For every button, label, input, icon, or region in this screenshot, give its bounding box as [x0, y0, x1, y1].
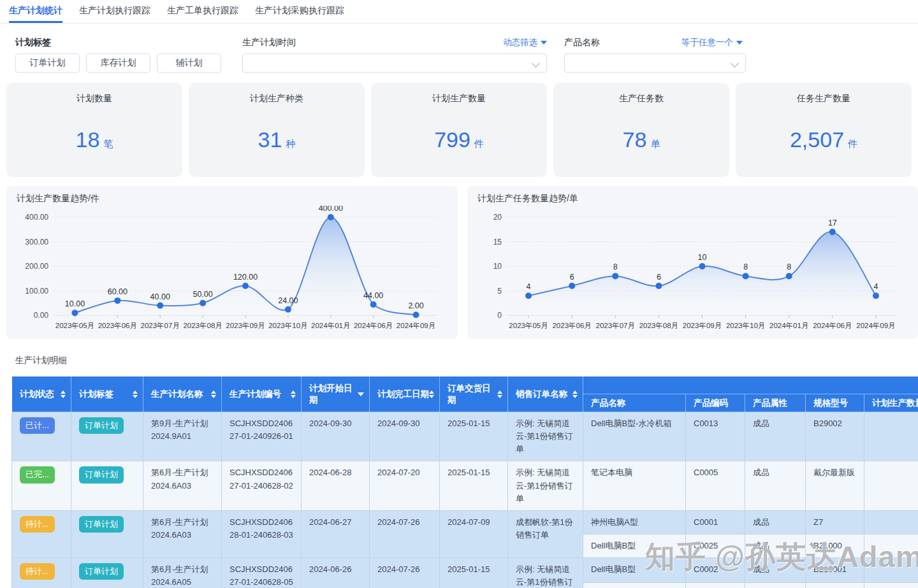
planned-qty-cell [864, 558, 918, 583]
stat-card: 任务生产数量2,507件 [736, 83, 912, 177]
chevron-down-icon [731, 59, 739, 68]
column-header-4[interactable]: 计划开始日期 [302, 376, 370, 412]
sort-icon[interactable] [133, 391, 138, 398]
product-column-header-1[interactable]: 产品编码 [686, 394, 745, 412]
product-name-select[interactable] [564, 54, 746, 73]
plan-tag-label: 计划标签 [15, 37, 51, 48]
svg-text:2023年07月: 2023年07月 [141, 322, 180, 329]
column-header-5[interactable]: 计划完工日期 [370, 376, 440, 412]
planned-qty-cell [864, 461, 918, 510]
plan-tag: 订单计划 [71, 412, 143, 461]
svg-text:2024年09月: 2024年09月 [397, 322, 435, 329]
column-header-7[interactable]: 销售订单名称 [508, 376, 583, 412]
sort-icon[interactable] [572, 391, 578, 398]
plan-code: SCJHXSDD240628-01-240628-03 [222, 510, 302, 557]
table-row[interactable]: 待计...订单计划第6月-生产计划 2024.6A05SCJHXSDD24062… [12, 558, 918, 583]
tab-0[interactable]: 生产计划统计 [9, 0, 62, 23]
sort-desc-icon[interactable] [358, 392, 364, 396]
stat-number: 18 [76, 127, 100, 152]
column-label: 计划状态 [20, 389, 54, 400]
svg-text:2024年06月: 2024年06月 [354, 322, 393, 329]
stat-unit: 件 [848, 138, 857, 149]
planned-qty-cell [864, 412, 918, 461]
svg-text:0: 0 [497, 311, 502, 320]
plan-status: 已计... [12, 412, 71, 461]
plan-tag-button-aux[interactable]: 辅计划 [157, 54, 221, 73]
svg-text:10: 10 [493, 262, 502, 271]
order-delivery-date: 2025-01-15 [440, 558, 508, 588]
sort-icon[interactable] [429, 391, 434, 398]
plan-tag-button-stock[interactable]: 库存计划 [86, 54, 150, 73]
svg-text:20: 20 [493, 213, 502, 222]
table-row[interactable]: 待计...订单计划第6月-生产计划 2024.6A03SCJHXSDD24062… [12, 510, 918, 534]
sort-desc-arrow [572, 395, 578, 398]
sort-asc-arrow [429, 391, 434, 394]
product-name-cell: 神州电脑A型 [583, 510, 686, 534]
plan-code: SCJHXSDD240627-01-240628-05 [222, 558, 302, 588]
sort-icon[interactable] [61, 391, 66, 398]
column-label: 订单交货日期 [448, 383, 497, 406]
plan-finish-date: 2024-07-20 [370, 461, 440, 510]
product-name-cell: 笔记本电脑 [583, 461, 686, 510]
svg-text:2023年08月: 2023年08月 [183, 322, 222, 329]
column-header-inner: 销售订单名称 [508, 389, 583, 400]
plan-name: 第6月-生产计划 2024.6A05 [143, 558, 222, 588]
svg-text:2023年07月: 2023年07月 [596, 322, 635, 329]
column-header-0[interactable]: 计划状态 [12, 376, 71, 412]
plan-time-label: 生产计划时间 [242, 37, 296, 48]
sales-order-name: 示例: 无锡简道云-第1份销售订单 [508, 412, 583, 461]
svg-text:15: 15 [493, 238, 502, 247]
table-row[interactable]: 已计...订单计划第9月-生产计划 2024.9A01SCJHXSDD24062… [12, 412, 918, 461]
plan-status: 已完... [12, 461, 71, 510]
order-delivery-date: 2024-07-09 [440, 510, 508, 557]
column-header-inner: 生产计划编号 [222, 389, 301, 400]
product-column-header-0[interactable]: 产品名称 [583, 394, 686, 412]
product-attr-cell: 成品 [745, 558, 806, 583]
sort-icon[interactable] [291, 391, 296, 398]
production-plan-table: 计划状态计划标签生产计划名称生产计划编号计划开始日期计划完工日期订单交货日期销售… [11, 376, 918, 588]
plan-tag: 订单计划 [71, 558, 143, 588]
svg-text:50.00: 50.00 [193, 290, 212, 299]
sort-asc-arrow [291, 391, 296, 394]
plan-tag-button-order[interactable]: 订单计划 [15, 54, 80, 73]
stat-card: 生产任务数78单 [553, 83, 729, 177]
column-header-3[interactable]: 生产计划编号 [222, 376, 302, 412]
plan-name: 第9月-生产计划 2024.9A01 [143, 412, 222, 461]
planned-qty-cell [864, 510, 918, 534]
svg-text:60.00: 60.00 [108, 287, 127, 296]
tab-3[interactable]: 生产计划采购执行跟踪 [255, 0, 344, 23]
tab-2[interactable]: 生产工单执行跟踪 [167, 0, 238, 23]
stat-value: 31种 [189, 127, 365, 152]
plan-name: 第6月-生产计划 2024.6A03 [143, 510, 222, 557]
svg-text:8: 8 [787, 262, 791, 271]
stat-title: 计划生产数量 [371, 93, 547, 104]
sort-icon[interactable] [497, 391, 502, 398]
product-name-label: 产品名称 [564, 37, 600, 48]
chart-title: 计划生产任务数量趋势/单 [477, 193, 908, 204]
plan-tag-badge: 订单计划 [79, 516, 124, 533]
plan-time-select[interactable] [242, 54, 547, 73]
column-label: 计划开始日期 [309, 383, 358, 406]
product-spec-cell: B29002 [806, 412, 864, 461]
tab-1[interactable]: 生产计划执行跟踪 [79, 0, 150, 23]
svg-text:6: 6 [657, 273, 661, 282]
product-column-header-3[interactable]: 规格型号 [806, 394, 864, 412]
product-column-header-4[interactable]: 计划生产数量 [864, 394, 918, 412]
product-attr-cell: 成品 [745, 582, 806, 588]
dynamic-filter-dropdown[interactable]: 动态筛选 [503, 37, 547, 48]
sort-icon[interactable] [211, 391, 216, 398]
product-code-cell: C0001 [686, 510, 745, 534]
sales-order-name: 示例: 无锡简道云-第1份销售订单 [508, 558, 583, 588]
column-header-1[interactable]: 计划标签 [71, 376, 143, 412]
column-header-6[interactable]: 订单交货日期 [440, 376, 508, 412]
column-header-2[interactable]: 生产计划名称 [143, 376, 222, 412]
planned-qty-cell [864, 534, 918, 557]
svg-text:8: 8 [743, 262, 748, 271]
svg-text:2024年09月: 2024年09月 [856, 322, 895, 329]
match-mode-dropdown[interactable]: 等于任意一个 [681, 37, 743, 48]
svg-text:4: 4 [873, 282, 878, 291]
table-row[interactable]: 已完...订单计划第6月-生产计划 2024.6A03SCJHXSDD24062… [12, 461, 918, 510]
stat-card: 计划生产数量799件 [371, 83, 547, 177]
product-column-header-2[interactable]: 产品属性 [745, 394, 806, 412]
svg-text:2024年01月: 2024年01月 [311, 322, 350, 329]
